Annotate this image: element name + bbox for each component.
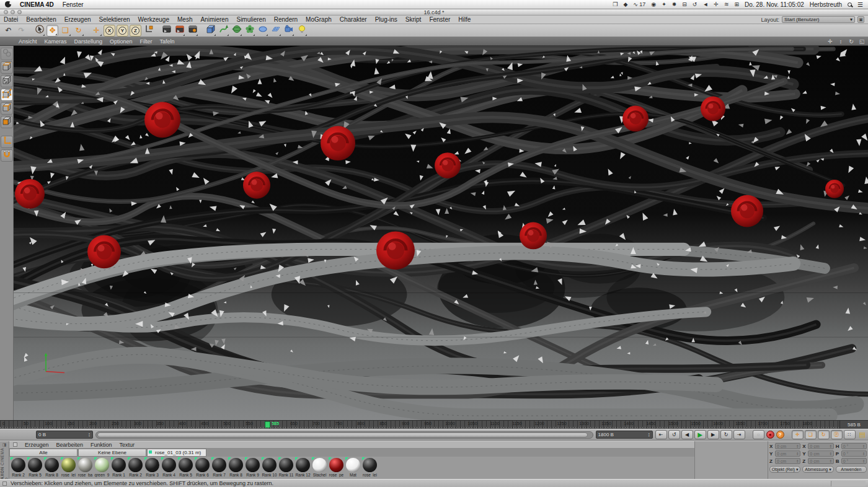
shield-app-icon[interactable]: ◆ xyxy=(623,1,627,7)
make-editable-tool[interactable] xyxy=(1,48,13,60)
record-keyframe-button[interactable]: ● xyxy=(766,431,774,439)
material-item[interactable]: Rank 5 xyxy=(177,457,194,477)
coord-field-rotation-h[interactable]: 0 °▲▼ xyxy=(841,443,867,449)
stepper-icon[interactable]: ▲▼ xyxy=(830,452,832,455)
apply-button[interactable]: Anwenden xyxy=(836,466,867,473)
lock-icon[interactable]: ◨ xyxy=(2,442,7,447)
material-item[interactable]: Rank 10 xyxy=(261,457,278,477)
viewport-menu-optionen[interactable]: Optionen xyxy=(110,38,133,45)
material-checkbox-icon[interactable] xyxy=(13,442,17,447)
add-camera-button[interactable] xyxy=(283,25,294,37)
wifi-icon[interactable]: ≋ xyxy=(724,1,729,7)
stepper-icon[interactable]: ▲▼ xyxy=(648,432,650,437)
menu-selektieren[interactable]: Selektieren xyxy=(99,16,130,23)
coordinate-system-toggle[interactable] xyxy=(143,25,154,37)
time-machine-icon[interactable]: ↺ xyxy=(693,1,698,7)
stepper-icon[interactable]: ▲▼ xyxy=(862,444,865,448)
viewport-pan-icon[interactable]: ✛ xyxy=(826,38,834,45)
volume-icon[interactable]: ◄ xyxy=(702,1,708,7)
window-title-bar[interactable]: 16.c4d * xyxy=(0,9,868,15)
coord-field-rotation-b[interactable]: 0 °▲▼ xyxy=(841,458,867,464)
edges-mode-tool[interactable] xyxy=(1,102,13,115)
next-frame-button[interactable]: ▶ xyxy=(707,430,719,439)
macos-app-menu[interactable]: CINEMA 4D xyxy=(20,1,54,8)
add-mograph-button[interactable] xyxy=(244,25,255,37)
coord-field-size-z[interactable]: 0 cm▲▼ xyxy=(808,458,833,464)
stepper-icon[interactable]: ▲▼ xyxy=(796,459,799,463)
material-item[interactable]: Rank 6 xyxy=(194,457,211,477)
loop-button[interactable]: ↻ xyxy=(720,430,732,439)
material-menu-textur[interactable]: Textur xyxy=(120,442,135,448)
current-frame-marker[interactable] xyxy=(265,421,270,428)
stepper-icon[interactable]: ▲▼ xyxy=(796,452,799,455)
render-view-button[interactable] xyxy=(161,25,172,37)
snap-tool[interactable] xyxy=(1,149,13,162)
menu-charakter[interactable]: Charakter xyxy=(340,16,367,23)
menu-bearbeiten[interactable]: Bearbeiten xyxy=(26,16,56,23)
current-frame-field[interactable]: 585 B xyxy=(839,421,868,429)
material-item[interactable]: Rank 5 xyxy=(27,457,43,477)
key-scale-toggle[interactable]: ❏ xyxy=(805,430,817,439)
menu-erzeugen[interactable]: Erzeugen xyxy=(64,16,91,23)
undo-button[interactable]: ↶ xyxy=(2,25,14,37)
rotate-tool[interactable]: ↻ xyxy=(73,25,84,37)
coord-field-size-x[interactable]: 0 cm▲▼ xyxy=(808,443,833,449)
material-item[interactable]: Rank 2 xyxy=(127,457,144,477)
scale-tool[interactable]: ❏ xyxy=(60,25,71,37)
material-tab[interactable]: rose_01_03 (0.31 m) xyxy=(147,449,206,457)
material-item[interactable]: rose_lei xyxy=(60,457,77,477)
menu-bar-clock[interactable]: Do. 28. Nov. 11:05:02 xyxy=(745,1,804,8)
notification-center-icon[interactable]: ☰ xyxy=(857,1,863,8)
texture-mode-tool[interactable] xyxy=(1,75,13,87)
layout-palette-icon[interactable]: ▣ xyxy=(857,16,864,23)
material-item[interactable]: Rank 8 xyxy=(43,457,60,477)
accessibility-icon[interactable]: ✛ xyxy=(714,1,719,7)
add-spline-button[interactable] xyxy=(218,25,229,37)
material-item[interactable]: green_9 xyxy=(94,457,110,477)
material-item[interactable]: Rank 12 xyxy=(294,457,311,477)
material-tab[interactable]: Keine Ebene xyxy=(78,449,146,457)
coord-field-position-z[interactable]: 0 cm▲▼ xyxy=(775,458,800,464)
macos-menu-fenster[interactable]: Fenster xyxy=(63,1,84,8)
timeline-ruler[interactable]: 0501001502002503003504004505005506507007… xyxy=(0,421,839,429)
go-to-end-button[interactable]: ⇥ xyxy=(733,430,745,439)
material-item[interactable]: rose_ba xyxy=(77,457,94,477)
material-menu-funktion[interactable]: Funktion xyxy=(91,442,112,448)
autokey-help-button[interactable]: ? xyxy=(776,431,784,439)
coord-field-position-y[interactable]: 0 cm▲▼ xyxy=(775,450,800,457)
add-environment-button[interactable] xyxy=(270,25,281,37)
material-item[interactable]: Rank 3 xyxy=(144,457,161,477)
stepper-icon[interactable]: ▲▼ xyxy=(88,432,91,437)
coord-field-position-x[interactable]: 0 cm▲▼ xyxy=(775,443,800,449)
layout-dropdown[interactable]: Start (Benutzer) ▾ xyxy=(782,16,855,23)
eye-app-icon[interactable]: ◉ xyxy=(651,1,656,7)
menu-rendern[interactable]: Rendern xyxy=(274,16,298,23)
coord-field-rotation-p[interactable]: 0 °▲▼ xyxy=(841,450,867,457)
sync-app-icon[interactable]: ✸ xyxy=(672,1,677,7)
stepper-icon[interactable]: ▲▼ xyxy=(830,444,832,448)
material-item[interactable]: Rank 9 xyxy=(244,457,261,477)
material-menu-erzeugen[interactable]: Erzeugen xyxy=(25,442,49,448)
material-item[interactable]: Rank 2 xyxy=(10,457,27,477)
viewport-toggle-icon[interactable]: ◱ xyxy=(858,38,866,45)
viewport-menu-ansicht[interactable]: Ansicht xyxy=(19,38,37,45)
x-axis-lock[interactable]: X xyxy=(104,25,115,37)
move-tool[interactable]: ✥ xyxy=(46,25,58,37)
record-sound-button[interactable]: ○ xyxy=(753,430,764,439)
viewport-menu-tafeln[interactable]: Tafeln xyxy=(160,38,175,45)
menu-simulieren[interactable]: Simulieren xyxy=(236,16,265,23)
hand-app-icon[interactable]: ✦ xyxy=(662,1,666,7)
stepper-icon[interactable]: ▲▼ xyxy=(862,459,865,463)
menu-plug-ins[interactable]: Plug-ins xyxy=(375,16,397,23)
viewport-menu-kameras[interactable]: Kameras xyxy=(45,38,67,45)
z-axis-lock[interactable]: Z xyxy=(130,25,141,37)
viewport-3d[interactable] xyxy=(14,46,868,420)
viewport-menu-filter[interactable]: Filter xyxy=(140,38,153,45)
go-to-start-button[interactable]: ⇤ xyxy=(655,430,667,439)
spotlight-icon[interactable] xyxy=(848,2,852,7)
material-item[interactable]: Rank 4 xyxy=(161,457,177,477)
key-rotation-toggle[interactable]: ↻ xyxy=(818,430,830,439)
menu-hilfe[interactable]: Hilfe xyxy=(458,16,471,23)
render-picture-viewer-button[interactable] xyxy=(174,25,185,37)
material-menu-bearbeiten[interactable]: Bearbeiten xyxy=(56,442,84,448)
